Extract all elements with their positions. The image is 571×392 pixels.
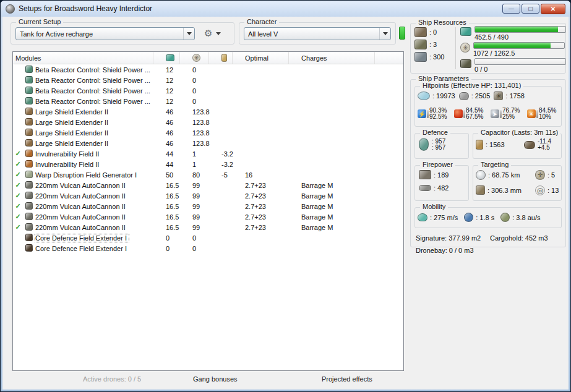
tools-dropdown-arrow-icon[interactable] bbox=[216, 32, 221, 35]
module-cpu-value: 12 bbox=[153, 87, 180, 95]
capacitor-drain-icon bbox=[524, 141, 535, 149]
module-cpu-value: 0 bbox=[153, 234, 180, 242]
module-name: Beta Reactor Control: Shield Power ... bbox=[35, 77, 153, 84]
capacitor-recharge-value: +4.5 bbox=[538, 145, 551, 151]
module-charge-name: Barrage M bbox=[289, 203, 375, 210]
dps-icon bbox=[419, 185, 431, 191]
launcher-hardpoints-icon bbox=[414, 40, 427, 49]
module-cpu-value: 16.5 bbox=[153, 182, 180, 189]
current-setup-combobox[interactable]: Tank for Active recharge bbox=[15, 27, 195, 40]
defence-group: Defence : 957: 957 bbox=[414, 133, 469, 159]
module-charge-name: Barrage M bbox=[289, 213, 375, 221]
chevron-down-icon[interactable] bbox=[379, 28, 390, 40]
cpu-bar bbox=[474, 26, 566, 33]
column-optimal[interactable]: Optimal bbox=[233, 52, 289, 64]
gang-bonuses-button[interactable]: Gang bonuses bbox=[193, 375, 238, 383]
launcher-hardpoints-value: : 3 bbox=[429, 41, 437, 48]
drones-usage-text: 0 / 0 bbox=[474, 66, 566, 73]
warp-disruption-field-generator-icon bbox=[25, 171, 33, 178]
module-capacitor-value: -3.2 bbox=[209, 161, 233, 168]
capacitor-icon bbox=[221, 54, 227, 62]
module-row[interactable]: Core Defence Field Extender I 0 0 bbox=[13, 243, 403, 254]
module-row[interactable]: Beta Reactor Control: Shield Power ... 1… bbox=[13, 96, 403, 106]
armor-hp-value: : 2505 bbox=[471, 92, 491, 100]
module-cpu-value: 46 bbox=[153, 129, 180, 137]
column-modules[interactable]: Modules bbox=[13, 52, 153, 64]
column-charges[interactable]: Charges bbox=[289, 52, 375, 64]
module-optimal-value: 2.7+23 bbox=[233, 203, 289, 210]
module-name: 220mm Vulcan AutoCannon II bbox=[35, 224, 153, 231]
chevron-down-icon[interactable] bbox=[183, 28, 194, 40]
active-check-icon: ✓ bbox=[13, 192, 23, 200]
autocannon-icon bbox=[25, 213, 33, 220]
explosive-resist-icon: ✳ bbox=[527, 109, 536, 118]
column-capacitor[interactable] bbox=[209, 52, 233, 64]
module-row[interactable]: ✓ Warp Disruption Field Generator I 50 8… bbox=[13, 169, 403, 180]
module-row[interactable]: Large Shield Extender II 46 123.8 bbox=[13, 106, 403, 117]
capacitor-label: Capacitor (Lasts: 3m 11s) bbox=[478, 129, 560, 136]
module-powergrid-value: 99 bbox=[180, 224, 209, 231]
client-area: Current Setup Tank for Active recharge ⚙… bbox=[2, 17, 569, 390]
max-targets-value: : 5 bbox=[547, 171, 555, 179]
capacitor-amount-icon bbox=[476, 140, 483, 150]
em-resist-icon: ⚡ bbox=[418, 109, 426, 118]
module-row[interactable]: Large Shield Extender II 46 123.8 bbox=[13, 117, 403, 127]
module-row[interactable]: Large Shield Extender II 46 123.8 bbox=[13, 127, 403, 138]
module-powergrid-value: 123.8 bbox=[180, 140, 209, 147]
module-row[interactable]: ✓ 220mm Vulcan AutoCannon II 16.5 99 2.7… bbox=[13, 201, 403, 211]
character-label: Character bbox=[244, 18, 279, 25]
shield-extender-icon bbox=[25, 118, 33, 126]
module-row[interactable]: ✓ Invulnerability Field II 44 1 -3.2 bbox=[13, 148, 403, 159]
module-row[interactable]: Beta Reactor Control: Shield Power ... 1… bbox=[13, 75, 403, 85]
module-row[interactable]: Beta Reactor Control: Shield Power ... 1… bbox=[13, 64, 403, 75]
character-combobox[interactable]: All level V bbox=[244, 27, 391, 40]
scan-resolution-value: : 306.3 mm bbox=[487, 187, 522, 194]
module-row[interactable]: Beta Reactor Control: Shield Power ... 1… bbox=[13, 85, 403, 96]
module-powergrid-value: 0 bbox=[180, 77, 209, 84]
active-check-icon: ✓ bbox=[13, 171, 23, 179]
module-row[interactable]: Large Shield Extender II 46 123.8 bbox=[13, 138, 403, 148]
cpu-icon bbox=[460, 27, 471, 36]
ship-parameters-group: Ship Parameters Hitpoints (Effective HP:… bbox=[410, 79, 566, 247]
minimize-button[interactable]: — bbox=[502, 4, 520, 14]
module-name: 220mm Vulcan AutoCannon II bbox=[35, 213, 153, 221]
module-row[interactable]: ✓ 220mm Vulcan AutoCannon II 16.5 99 2.7… bbox=[13, 180, 403, 190]
projected-effects-button[interactable]: Projected effects bbox=[322, 375, 372, 383]
module-name: 220mm Vulcan AutoCannon II bbox=[35, 192, 153, 200]
module-name: 220mm Vulcan AutoCannon II bbox=[35, 182, 153, 189]
module-name: Core Defence Field Extender I bbox=[35, 245, 153, 252]
window-frame: Setups for Broadsword Heavy Interdictor … bbox=[1, 1, 570, 391]
module-cpu-value: 12 bbox=[153, 98, 180, 105]
modules-table: Modules ✳ Optimal Charges Beta Reactor C… bbox=[12, 51, 404, 371]
module-row[interactable]: ✓ 220mm Vulcan AutoCannon II 16.5 99 2.7… bbox=[13, 211, 403, 222]
column-powergrid[interactable]: ✳ bbox=[180, 52, 209, 64]
module-row[interactable]: ✓ 220mm Vulcan AutoCannon II 16.5 99 2.7… bbox=[13, 222, 403, 232]
targeting-label: Targeting bbox=[478, 161, 511, 168]
module-row[interactable]: ✓ Invulnerability Field II 44 1 -3.2 bbox=[13, 159, 403, 169]
drones-bar bbox=[474, 58, 566, 65]
max-velocity-value: : 275 m/s bbox=[430, 214, 458, 221]
module-powergrid-value: 0 bbox=[180, 245, 209, 252]
autocannon-icon bbox=[25, 223, 33, 231]
close-button[interactable]: ✕ bbox=[541, 4, 565, 14]
module-cpu-value: 44 bbox=[153, 150, 180, 158]
targeting-group: Targeting : 68.75 km ✛ : 5 : 306.3 mm bbox=[473, 165, 562, 201]
defence-shield-icon bbox=[419, 138, 429, 151]
module-powergrid-value: 99 bbox=[180, 213, 209, 221]
footer-bar: Active drones: 0 / 5 Gang bonuses Projec… bbox=[12, 373, 404, 386]
autocannon-icon bbox=[25, 202, 33, 210]
module-row[interactable]: Core Defence Field Extender I 0 0 bbox=[13, 232, 403, 243]
module-row[interactable]: ✓ 220mm Vulcan AutoCannon II 16.5 99 2.7… bbox=[13, 190, 403, 201]
titlebar[interactable]: Setups for Broadsword Heavy Interdictor bbox=[1, 1, 570, 17]
module-name: Beta Reactor Control: Shield Power ... bbox=[35, 87, 153, 95]
module-powergrid-value: 0 bbox=[180, 98, 209, 105]
module-powergrid-value: 99 bbox=[180, 182, 209, 189]
modules-body: Beta Reactor Control: Shield Power ... 1… bbox=[13, 64, 403, 254]
shield-extender-icon bbox=[25, 139, 33, 147]
setup-tools-button[interactable]: ⚙ bbox=[204, 28, 221, 39]
column-extra[interactable] bbox=[375, 52, 403, 64]
maximize-button[interactable]: ▢ bbox=[522, 4, 539, 14]
thermal-resist: 84.5%67.5% bbox=[454, 108, 491, 120]
column-cpu[interactable] bbox=[153, 52, 180, 64]
module-cpu-value: 46 bbox=[153, 119, 180, 126]
